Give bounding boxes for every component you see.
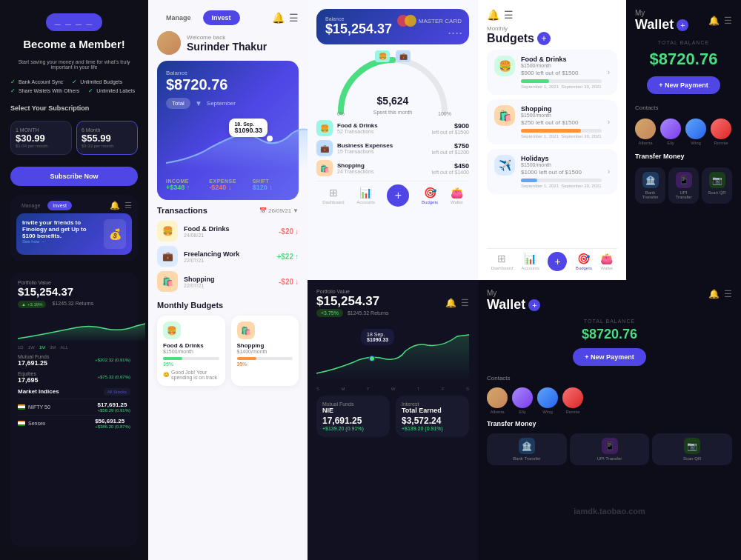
menu-icon-mini[interactable]: ☰ <box>124 201 132 210</box>
portfolio-mini-chart <box>18 313 130 342</box>
nav-accounts-3[interactable]: 📊 Accounts <box>356 187 375 204</box>
check-icon-2: ✓ <box>72 79 77 85</box>
wallet-add-button[interactable]: + <box>677 19 688 31</box>
food-info: Food & Drinks 24/08/21 <box>184 225 273 238</box>
good-job-text: 😊 Good Job! Your spending is on track <box>163 370 219 380</box>
member-subtitle: Start saving your money and time for wha… <box>10 59 138 70</box>
contacts-label: Contacts <box>635 104 732 111</box>
contact-ronnie[interactable]: Ronnie <box>711 119 731 145</box>
shop-progress-fill <box>237 357 256 360</box>
nav-wallet-4[interactable]: 👛 Wallet <box>600 253 613 270</box>
contact-wing[interactable]: Wing <box>685 119 706 145</box>
dropdown-arrow-icon: ▼ <box>195 99 202 107</box>
budgets-icon-4: 🎯 <box>577 253 590 264</box>
wallet7-add-button[interactable]: + <box>528 299 540 311</box>
all-stocks-button[interactable]: All Stocks <box>104 388 130 396</box>
time-filters: 1D 1W 1M 3M ALL <box>18 345 130 350</box>
bell-icon-4[interactable]: 🔔 <box>487 9 499 21</box>
bank-transfer-option-7[interactable]: 🏦 Bank Transfer <box>487 433 567 465</box>
qr-transfer-option[interactable]: 📷 Scan QR <box>702 167 732 204</box>
filter-1d[interactable]: 1D <box>18 345 24 350</box>
spending-gauge: $5,624 Spent this month 0% 100% 🍔 💼 <box>316 49 469 116</box>
card4-header: 🔔 ☰ <box>487 9 617 21</box>
new-payment-button[interactable]: + New Payment <box>647 76 720 94</box>
filter-1w[interactable]: 1W <box>28 345 35 350</box>
up-arrow-icon: ↑ <box>187 184 190 191</box>
dark-chart-tooltip: 18 Sep. $1090.33 <box>361 329 394 345</box>
menu-icon-5[interactable]: ☰ <box>724 16 732 26</box>
food-progress-bar <box>163 357 219 360</box>
mini-tab-invest[interactable]: Invest <box>47 201 72 210</box>
work-icon: 💼 <box>157 246 178 267</box>
invite-card: Invite your friends to Finology and get … <box>16 213 132 255</box>
tab-invest[interactable]: Invest <box>203 10 240 25</box>
see-more-link[interactable]: See how → <box>22 239 99 244</box>
chevron-right-icon-holiday: › <box>608 167 610 176</box>
contact7-ronnie[interactable]: Ronnie <box>562 387 583 414</box>
bell-icon-mini[interactable]: 🔔 <box>110 201 120 210</box>
wallet7-title-section: My Wallet + <box>487 289 540 313</box>
nav-accounts-4[interactable]: 📊 Accounts <box>521 253 539 270</box>
contact7-wing[interactable]: Wing <box>537 387 558 414</box>
mastercard-brand: MASTER CARD <box>397 15 462 27</box>
bell-icon-5[interactable]: 🔔 <box>708 16 720 26</box>
subscribe-button[interactable]: Subscribe Now <box>10 167 138 186</box>
watermark-7: iamdk.taobao.com <box>574 507 645 516</box>
nav-wallet-3[interactable]: 👛 Wallet <box>451 187 463 204</box>
qr-transfer-option-7[interactable]: 📷 Scan QR <box>652 433 732 465</box>
budget-item-food[interactable]: 🍔 Food & Drinks $1500/month $900 left ou… <box>487 50 617 95</box>
new-payment-button-7[interactable]: + New Payment <box>573 348 645 366</box>
budget-holiday-full-icon: ✈️ <box>494 155 515 176</box>
total-filter-button[interactable]: Total <box>166 98 190 109</box>
nav-plus-button-3[interactable]: + <box>387 184 409 207</box>
budget-item-shopping[interactable]: 🛍️ Shopping $1500/month $250 left out of… <box>487 99 617 144</box>
nav-dashboard-4[interactable]: ⊞ Dashboard <box>491 253 513 270</box>
budgets-title-row: Budgets + <box>487 32 617 45</box>
mini-tab-manage[interactable]: Manage <box>16 201 45 210</box>
filter-all[interactable]: ALL <box>60 345 68 350</box>
upi-transfer-icon-7: 📱 <box>602 438 618 454</box>
down-arrow-food-icon: ↓ <box>295 227 299 236</box>
menu-icon-7[interactable]: ☰ <box>724 289 732 299</box>
bell-icon-6[interactable]: 🔔 <box>445 298 456 308</box>
filter-1m[interactable]: 1M <box>39 345 45 350</box>
portfolio-chart-svg <box>18 313 145 342</box>
add-budget-button[interactable]: + <box>537 32 551 45</box>
day-s2: S <box>466 387 469 391</box>
card6-header: Portfolio Value $15,254.37 +3.75% $1245.… <box>316 289 469 317</box>
stat-shift: SHIFT $120 ↕ <box>253 179 290 191</box>
feature-bank: ✓ Bank Account Sync ✓ Unlimited Budgets <box>10 79 138 85</box>
contact-avatar-wing <box>685 119 706 139</box>
filter-3m[interactable]: 3M <box>50 345 56 350</box>
plan-1month[interactable]: 1 MONTH $30.99 $1.04 per month <box>10 121 72 155</box>
bell-icon-7[interactable]: 🔔 <box>708 289 720 299</box>
nav-plus-button-4[interactable]: + <box>548 252 567 271</box>
bank-transfer-option[interactable]: 🏦 Bank Transfer <box>635 167 665 204</box>
nav-dashboard-3[interactable]: ⊞ Dashboard <box>322 187 344 204</box>
chevron-down-icon[interactable]: ▼ <box>293 207 299 214</box>
upi-transfer-option-7[interactable]: 📱 UPI Transfer <box>570 433 650 465</box>
shop-icon: 🛍️ <box>157 271 178 292</box>
budget-holiday-full-info: Holidays $1500/month $1000 left out of $… <box>521 155 602 188</box>
transfer-money-title: Transfer Money <box>635 153 732 160</box>
dashboard-icon-4: ⊞ <box>497 253 506 264</box>
tab-manage[interactable]: Manage <box>157 10 200 25</box>
budget-item-holidays[interactable]: ✈️ Holidays $1500/month $1000 left out o… <box>487 149 617 194</box>
upi-transfer-option[interactable]: 📱 UPI Transfer <box>668 167 699 204</box>
card-become-member: — — — — Become a Member! Start saving yo… <box>0 0 148 560</box>
contact-alberta[interactable]: Alberta <box>635 119 656 145</box>
contact7-alberta[interactable]: Alberta <box>487 387 508 414</box>
contact-elly[interactable]: Elly <box>660 119 681 145</box>
plan-6month[interactable]: 6 Month $55.99 $9.33 per month <box>76 121 138 155</box>
contact7-elly[interactable]: Elly <box>512 387 533 414</box>
menu-icon-6[interactable]: ☰ <box>461 298 469 308</box>
menu-icon-4[interactable]: ☰ <box>504 9 514 21</box>
budget-food-card[interactable]: 🍔 Food & Drinks $1500/month 35% 😊 Good J… <box>157 316 225 386</box>
bell-icon[interactable]: 🔔 <box>272 12 285 24</box>
budget-shopping-card[interactable]: 🛍️ Shopping $1400/month 35% <box>231 316 299 386</box>
budget-shop-full-info: Shopping $1500/month $250 left out of $1… <box>521 105 602 139</box>
nav-budgets-3[interactable]: 🎯 Budgets <box>422 187 438 204</box>
nav-budgets-4[interactable]: 🎯 Budgets <box>576 253 592 270</box>
menu-icon[interactable]: ☰ <box>289 12 299 24</box>
food-card-icon: 🍔 <box>375 50 390 62</box>
